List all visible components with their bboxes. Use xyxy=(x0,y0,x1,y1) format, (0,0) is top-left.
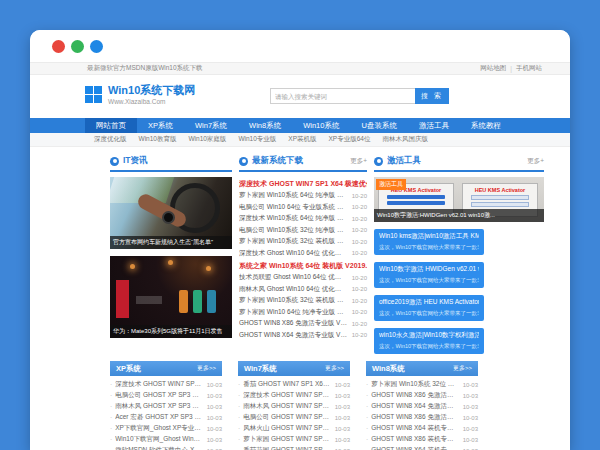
activation-card[interactable]: office2019激活 HEU KMS Activator v19.0 这次，… xyxy=(374,295,484,321)
download-list-item[interactable]: 深度技术 Ghost Win10 64位 优化专业版 V2019.0910-20 xyxy=(239,248,367,260)
more-link[interactable]: 更多>> xyxy=(197,364,216,373)
date: 10-20 xyxy=(352,227,367,233)
news-thumbnail-huawei[interactable]: 华为：Mate30系列5G版将于11月1日发售 xyxy=(110,256,232,338)
subnav-item[interactable]: XP专业版64位 xyxy=(328,135,370,144)
download-list-item[interactable]: GHOST WIN8 X64 免激活专业版 V2017.02(64位)10-20 xyxy=(239,330,367,342)
subnav-item[interactable]: Win10专业版 xyxy=(238,135,276,144)
download-list-item[interactable]: 萝卜家园 Win10 64位 纯净专业版 V2019.0910-20 xyxy=(239,307,367,319)
app-field xyxy=(471,202,529,207)
close-window-button[interactable] xyxy=(52,40,65,53)
download-list-item[interactable]: ·雨林木风 GHOST XP SP3 经典旗舰版 V...10-03 xyxy=(110,401,222,412)
download-list-item[interactable]: ·风林火山 GHOST WIN7 SP1 X86 优化...10-03 xyxy=(238,423,350,434)
download-list-item[interactable]: ·微软MSDN 软件下载中心 XP专业版19...10-03 xyxy=(110,445,222,450)
nav-item-win8[interactable]: Win8系统 xyxy=(238,118,292,133)
date: 10-03 xyxy=(335,437,350,443)
more-link[interactable]: 更多+ xyxy=(527,157,544,166)
download-list-item[interactable]: 电脑公司 Win10系统 32位 纯净版 V2019.09_Win10...10… xyxy=(239,225,367,237)
download-list-item[interactable]: ·Acer 宏碁 GHOST XP SP3 笔记本通用...10-03 xyxy=(110,412,222,423)
download-list-item[interactable]: ·GHOST WIN8 X64 免激活专业版 V201...10-03 xyxy=(366,401,478,412)
download-list-item[interactable]: ·雨林木风 GHOST WIN7 SP1 X86 经典...10-03 xyxy=(238,401,350,412)
activation-tools-section: 激活工具 更多+ 激活工具 HEU KMS Activator HEU KMS … xyxy=(374,155,544,354)
more-link[interactable]: 更多>> xyxy=(325,364,344,373)
download-list-item[interactable]: ·萝卜家园 GHOST WIN7 SP1 X86 极速...10-03 xyxy=(238,434,350,445)
bullet: · xyxy=(238,436,240,443)
app-field xyxy=(471,195,529,200)
subnav-item[interactable]: 深度优化版 xyxy=(94,135,127,144)
download-list-item[interactable]: ·深度技术 GHOST WIN7 SP1 X64 中秋...10-03 xyxy=(238,390,350,401)
download-list-item[interactable]: ·GHOST WIN8 X86 装机专业版 V2017...10-03 xyxy=(366,434,478,445)
search-input[interactable] xyxy=(270,88,415,104)
stage-light xyxy=(206,266,211,271)
nav-item-activation[interactable]: 激活工具 xyxy=(408,118,460,133)
activation-card[interactable]: Win10数字激活 HWIDGen v62.01 win10激活 这次，Win1… xyxy=(374,262,484,288)
download-list-item[interactable]: ·电脑公司 GHOST WIN7 SP1 X86 正式...10-03 xyxy=(238,412,350,423)
download-list-item[interactable]: ·番茄花园 GHOST WIN7 SP1 X64 装机...10-03 xyxy=(238,445,350,450)
download-list-item[interactable]: ·GHOST WIN8 X64 装机专业版 V2019...10-03 xyxy=(366,423,478,434)
download-list-item[interactable]: 深度技术 Win10系统 64位 纯净版 V2019.09_Win10...10… xyxy=(239,213,367,225)
site-url: Www.Xiazaiba.Com xyxy=(108,98,195,105)
date: 10-03 xyxy=(207,393,222,399)
download-list-item[interactable]: ·Win10下载官网_Ghost Win10专业版 6...10-03 xyxy=(110,434,222,445)
bullet: · xyxy=(238,403,240,410)
download-list-item[interactable]: 萝卜家园 Win10系统 32位 装机版 V2019.09_Win10...10… xyxy=(239,236,367,248)
nav-item-xp[interactable]: XP系统 xyxy=(137,118,184,133)
download-list-item[interactable]: ·番茄 GHOST WIN7 SP1 X64 笔记本专...10-03 xyxy=(238,379,350,390)
nav-item-win7[interactable]: Win7系统 xyxy=(184,118,238,133)
search-button[interactable]: 搜 索 xyxy=(415,88,449,104)
download-list-item[interactable]: ·XP下载官网_Ghost XP专业版 64位 V20...10-03 xyxy=(110,423,222,434)
phone-shape xyxy=(179,290,188,313)
bullet: · xyxy=(110,392,112,399)
main-content: IT资讯 官方宣布网约车新规纳入生态“黑名单” 华为：Mate30系列5G版将于… xyxy=(30,147,570,354)
subnav-item[interactable]: 雨林木风国庆版 xyxy=(382,135,428,144)
nav-item-tutorials[interactable]: 系统教程 xyxy=(460,118,512,133)
download-list-item[interactable]: 萝卜家园 Win10系统 64位 纯净版 V2019.0810-20 xyxy=(239,190,367,202)
main-nav: 网站首页 XP系统 Win7系统 Win8系统 Win10系统 U盘装系统 激活… xyxy=(30,118,570,133)
minimize-window-button[interactable] xyxy=(71,40,84,53)
download-list-item[interactable]: 技术员联盟 Ghost Win10 64位 优化专业版 V2019.0910-2… xyxy=(239,272,367,284)
more-link[interactable]: 更多>> xyxy=(453,364,472,373)
bullet: · xyxy=(366,392,368,399)
date: 10-03 xyxy=(207,426,222,432)
download-list-item[interactable]: ·GHOST WIN8 X86 免激活专业版 V201...10-03 xyxy=(366,390,478,401)
image-caption: Win10数字激活:HWIDGen v62.01 win10激... xyxy=(374,209,544,222)
more-link[interactable]: 更多+ xyxy=(350,157,367,166)
utility-bar: 最新微软官方MSDN原版Win10系统下载 网站地图 | 手机网站 xyxy=(30,62,570,75)
date: 10-03 xyxy=(335,382,350,388)
date: 10-03 xyxy=(207,382,222,388)
windows-logo-icon xyxy=(85,86,102,103)
activation-card[interactable]: Win10 kms激活|win10激活工具 KMS-VL-ALL 这次，Win1… xyxy=(374,229,484,255)
nav-item-win10[interactable]: Win10系统 xyxy=(292,118,350,133)
sitemap-link[interactable]: 网站地图 xyxy=(480,64,506,73)
mobile-site-link[interactable]: 手机网站 xyxy=(516,64,542,73)
download-list-item[interactable]: 萝卜家园 Win10系统 32位 装机版 V2019.09_Win10...10… xyxy=(239,295,367,307)
download-list-item[interactable]: 雨林木风 Ghost Win10 64位 优化专业版 V2019.0910-20 xyxy=(239,284,367,296)
section-title: 激活工具 xyxy=(387,155,421,167)
download-list-item[interactable]: ·深度技术 GHOST WIN7 SP1 X64 极速...10-03 xyxy=(110,379,222,390)
activation-tools-header: 激活工具 更多+ xyxy=(374,155,544,172)
download-list-item[interactable]: ·萝卜家园 Win10系统 32位 装机版 V201910-03 xyxy=(366,379,478,390)
bullet: · xyxy=(110,403,112,410)
activation-feature-image[interactable]: 激活工具 HEU KMS Activator HEU KMS Activator… xyxy=(374,177,544,222)
subnav-item[interactable]: Win10家庭版 xyxy=(188,135,226,144)
site-header: Win10系统下载网 Www.Xiazaiba.Com 搜 索 xyxy=(30,75,570,118)
bullet: · xyxy=(110,425,112,432)
sub-nav: 深度优化版 Win10教育版 Win10家庭版 Win10专业版 XP装机版 X… xyxy=(30,133,570,147)
app-button xyxy=(387,195,445,199)
subnav-item[interactable]: XP装机版 xyxy=(288,135,316,144)
featured-download-link[interactable]: 系统之家 Win10系统 64位 装机版 V2019.09_Win10... xyxy=(239,259,367,272)
nav-item-usb[interactable]: U盘装系统 xyxy=(350,118,407,133)
subnav-item[interactable]: Win10教育版 xyxy=(139,135,177,144)
activation-card[interactable]: win10永久激活|Win10数字权利激活神器 HWI 这次，Win10下载官网… xyxy=(374,328,484,354)
maximize-window-button[interactable] xyxy=(90,40,103,53)
download-list-item[interactable]: ·GHOST WIN8 X64 装机专业版 V2017...10-03 xyxy=(366,445,478,450)
download-list-item[interactable]: ·GHOST WIN8 X86 免激活专业版 V201...10-03 xyxy=(366,412,478,423)
featured-download-link[interactable]: 深度技术 GHOST WIN7 SP1 X64 极速优化版 xyxy=(239,177,367,190)
nav-item-home[interactable]: 网站首页 xyxy=(85,118,137,133)
date: 10-03 xyxy=(335,415,350,421)
download-list-item[interactable]: 电脑公司 Win10 64位 专业版系统 V2019.09_Win10...10… xyxy=(239,202,367,214)
download-list-item[interactable]: ·电脑公司 GHOST XP SP3 正式专业版 V...10-03 xyxy=(110,390,222,401)
date: 10-20 xyxy=(352,239,367,245)
site-logo[interactable]: Win10系统下载网 Www.Xiazaiba.Com xyxy=(85,84,195,105)
download-list-item[interactable]: GHOST WIN8 X86 免激活专业版 V2017.01(32位)10-20 xyxy=(239,318,367,330)
news-thumbnail-car[interactable]: 官方宣布网约车新规纳入生态“黑名单” xyxy=(110,177,232,249)
